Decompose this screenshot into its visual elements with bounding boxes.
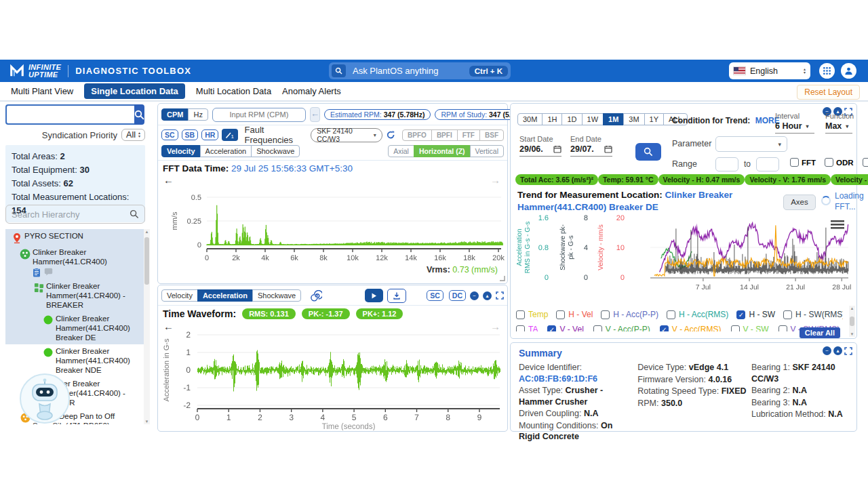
time-waveform-chart[interactable] (159, 330, 505, 430)
tree-scroll-thumb[interactable] (144, 237, 149, 285)
input-rpm-field[interactable] (212, 108, 306, 122)
collapse-panel-button[interactable]: − (823, 346, 831, 355)
tree-item-clinker-breaker-hammer-441-cr400-breaker[interactable]: Clinker Breaker Hammer(441.CR400) - BREA… (5, 279, 150, 312)
range-to-input[interactable] (756, 157, 779, 171)
button-1h[interactable]: 1H (542, 113, 562, 125)
scroll-up-icon[interactable]: ▲ (145, 229, 149, 235)
button-dc[interactable]: DC (449, 290, 466, 301)
button-vertical[interactable]: Vertical (470, 145, 504, 157)
comment-icon[interactable] (44, 268, 53, 276)
trend-search-button[interactable] (635, 143, 661, 161)
parameter-select[interactable]: ▾ (715, 136, 787, 152)
legend-h-sw-rms-checkbox[interactable]: H - SW(RMS) (783, 310, 843, 319)
legend-h-sw-checkbox[interactable]: ✓H - SW (736, 310, 775, 319)
ic-checkbox[interactable]: IC (863, 158, 868, 167)
button-hr[interactable]: HR (201, 129, 218, 140)
button-axial[interactable]: Axial (388, 145, 414, 157)
scroll-down-icon[interactable]: ▼ (850, 331, 854, 337)
scroll-down-icon[interactable]: ▼ (145, 419, 149, 424)
harmonic-cursor-button[interactable]: 1 (222, 129, 237, 141)
button-bpfi[interactable]: BPFI (431, 129, 458, 141)
play-button[interactable] (365, 289, 383, 302)
legend-v-sw-checkbox[interactable]: V - SW (731, 325, 769, 331)
expand-panel-button[interactable]: ▴ (833, 346, 842, 355)
legend-v-vel-checkbox[interactable]: ✓V - Vel (547, 325, 583, 331)
start-date-picker[interactable]: 29/06. (519, 144, 561, 157)
user-avatar-button[interactable] (841, 63, 856, 79)
tree-item-pyro-section[interactable]: PYRO SECTION (5, 229, 150, 245)
legend-scrollbar[interactable]: ▲ ▼ (849, 306, 855, 337)
button-shockwave[interactable]: Shockwave (252, 289, 301, 302)
button-bpfo[interactable]: BPFO (402, 129, 432, 141)
scroll-up-icon[interactable]: ▲ (850, 306, 854, 311)
button-1w[interactable]: 1W (582, 113, 604, 125)
button-sb[interactable]: SB (182, 129, 199, 140)
odr-checkbox[interactable]: ODR (825, 158, 854, 167)
button-ftf[interactable]: FTF (457, 129, 480, 141)
hierarchy-search-box[interactable]: Search Hierarchy (5, 205, 145, 224)
button-hz[interactable]: Hz (188, 108, 208, 121)
interval-select[interactable]: 6 Hour▾ (775, 121, 814, 134)
chatbot-avatar[interactable] (19, 373, 71, 424)
tree-item-clinker-breaker-hammer-441-cr400-breaker-nde[interactable]: Clinker Breaker Hammer(441.CR400) Breake… (5, 344, 150, 377)
button-horizontal-z[interactable]: Horizontal (Z) (414, 145, 471, 157)
brand-logo[interactable]: INFINITE UPTIME (9, 64, 61, 79)
resize-handle-icon[interactable] (499, 275, 505, 281)
button-bsf[interactable]: BSF (479, 129, 504, 141)
button-acceleration[interactable]: Acceleration (200, 145, 252, 157)
legend-h-vel-checkbox[interactable]: H - Vel (556, 310, 593, 319)
tree-item-clinker-breaker-hammer-441-cr400[interactable]: Clinker Breaker Hammer(441.CR400) (5, 245, 150, 279)
apply-rpm-button[interactable]: ← (310, 107, 320, 122)
legend-temp-checkbox[interactable]: Temp (516, 310, 548, 319)
function-select[interactable]: Max▾ (825, 121, 852, 134)
spiral-icon[interactable] (311, 290, 322, 302)
reset-layout-button[interactable]: Reset Layout (797, 85, 860, 100)
button-30m[interactable]: 30M (517, 113, 542, 125)
legend-v-acc-p-p-checkbox[interactable]: V - Acc(P-P) (593, 325, 650, 331)
trend-chart[interactable] (515, 212, 854, 302)
legend-v-acc-rms-checkbox[interactable]: ✓V - Acc(RMS) (660, 325, 722, 331)
fullscreen-icon[interactable] (844, 347, 852, 355)
sidebar-search-input[interactable] (5, 104, 134, 125)
button-acceleration[interactable]: Acceleration (197, 289, 253, 302)
axes-button[interactable]: Axes (783, 195, 816, 210)
fullscreen-icon[interactable] (496, 291, 504, 300)
collapse-panel-button[interactable]: − (470, 291, 479, 300)
syndication-priority-select[interactable]: All ▴▾ (121, 129, 145, 141)
bearing-dropdown[interactable]: SKF 24140 CC/W3▾ (311, 128, 382, 142)
fft-prev-arrow[interactable]: ← (163, 174, 174, 186)
button-velocity[interactable]: Velocity (161, 289, 198, 302)
expand-panel-button[interactable]: ▴ (483, 291, 492, 300)
download-button[interactable] (387, 289, 406, 303)
clear-all-button[interactable]: Clear All (800, 327, 840, 338)
fft-checkbox[interactable]: FFT (790, 158, 816, 167)
button-1y[interactable]: 1Y (644, 113, 664, 125)
tree-item-clinker-breaker-hammer-441-cr400-breaker-de[interactable]: Clinker Breaker Hammer(441.CR400) Breake… (5, 312, 150, 344)
tab-single-location-data[interactable]: Single Location Data (84, 83, 185, 99)
apps-grid-button[interactable] (819, 63, 835, 79)
legend-h-acc-rms-checkbox[interactable]: H - Acc(RMS) (667, 310, 728, 319)
fft-spectrum-chart[interactable] (159, 186, 505, 262)
language-select[interactable]: English ▴▾ (729, 62, 810, 79)
fft-next-arrow[interactable]: → (490, 174, 500, 186)
tab-anomaly-alerts[interactable]: Anomaly Alerts (282, 86, 341, 96)
global-search-bar[interactable]: Ask PlantOS anything Ctrl + K (329, 62, 511, 79)
button-1m[interactable]: 1M (603, 113, 624, 125)
legend-ta-checkbox[interactable]: TA (516, 325, 538, 331)
tab-multi-location-data[interactable]: Multi Location Data (196, 86, 271, 96)
tab-multi-plant-view[interactable]: Multi Plant View (11, 86, 73, 96)
button-1d[interactable]: 1D (561, 113, 582, 125)
button-sc[interactable]: SC (161, 129, 178, 140)
button-sc[interactable]: SC (427, 290, 443, 301)
button-velocity[interactable]: Velocity (161, 145, 201, 157)
legend-h-acc-p-p-checkbox[interactable]: H - Acc(P-P) (601, 310, 658, 319)
refresh-icon[interactable] (386, 129, 395, 140)
button-cpm[interactable]: CPM (161, 108, 189, 121)
range-from-input[interactable] (715, 157, 738, 171)
tree-scrollbar[interactable]: ▲ ▼ (144, 229, 150, 424)
clipboard-icon[interactable] (33, 268, 41, 277)
end-date-picker[interactable]: 29/07. (570, 144, 612, 157)
button-3m[interactable]: 3M (623, 113, 644, 125)
sidebar-search-button[interactable] (134, 104, 144, 125)
button-shockwave[interactable]: Shockwave (251, 145, 300, 157)
